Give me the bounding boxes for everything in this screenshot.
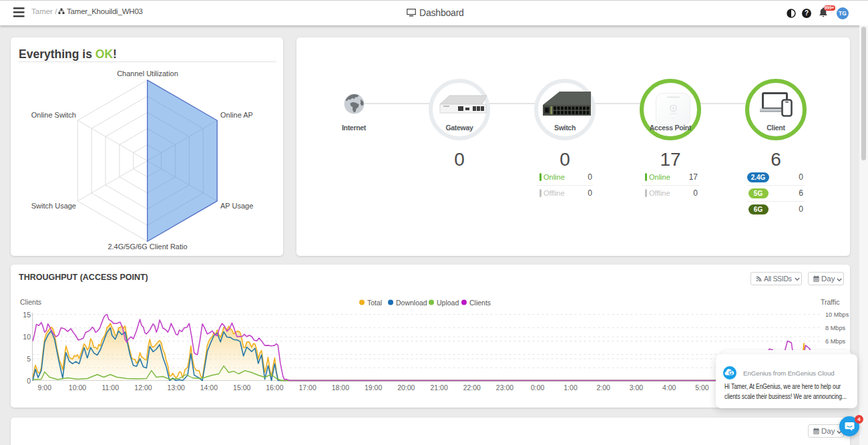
svg-text:0:00: 0:00 xyxy=(531,384,545,392)
svg-text:23:00: 23:00 xyxy=(496,384,513,392)
svg-text:11:00: 11:00 xyxy=(102,384,120,392)
svg-text:16:00: 16:00 xyxy=(266,384,283,392)
svg-text:Clients: Clients xyxy=(20,298,41,306)
svg-text:12:00: 12:00 xyxy=(134,384,152,392)
svg-text:6 Mbps: 6 Mbps xyxy=(825,338,846,345)
svg-text:21:00: 21:00 xyxy=(430,384,447,392)
svg-text:8 Mbps: 8 Mbps xyxy=(825,325,846,331)
svg-text:22:00: 22:00 xyxy=(463,384,481,392)
svg-text:13:00: 13:00 xyxy=(168,384,185,392)
svg-text:Traffic: Traffic xyxy=(821,298,840,306)
svg-text:19:00: 19:00 xyxy=(365,384,382,392)
svg-text:3:00: 3:00 xyxy=(630,384,644,392)
svg-text:18:00: 18:00 xyxy=(332,384,349,392)
svg-text:9:00: 9:00 xyxy=(38,384,52,392)
svg-text:10: 10 xyxy=(23,333,31,341)
svg-text:15: 15 xyxy=(23,311,31,319)
svg-text:Download: Download xyxy=(396,299,427,307)
svg-text:2:00: 2:00 xyxy=(596,384,610,392)
svg-text:20:00: 20:00 xyxy=(397,384,415,392)
svg-text:Upload: Upload xyxy=(437,299,459,307)
svg-text:15:00: 15:00 xyxy=(233,384,250,392)
svg-text:10:00: 10:00 xyxy=(69,384,86,392)
svg-text:4:00: 4:00 xyxy=(662,384,676,392)
svg-text:Total: Total xyxy=(367,299,382,307)
svg-text:5: 5 xyxy=(27,355,31,363)
svg-text:10 Mbps: 10 Mbps xyxy=(825,311,849,318)
svg-text:5:00: 5:00 xyxy=(695,384,709,392)
svg-text:Clients: Clients xyxy=(469,299,491,307)
svg-text:0: 0 xyxy=(27,377,31,385)
svg-text:1:00: 1:00 xyxy=(564,384,578,392)
svg-text:17:00: 17:00 xyxy=(298,384,316,392)
svg-text:14:00: 14:00 xyxy=(200,384,218,392)
